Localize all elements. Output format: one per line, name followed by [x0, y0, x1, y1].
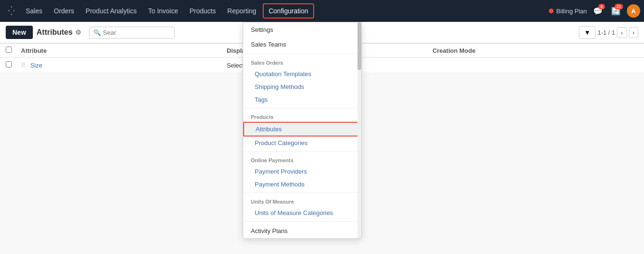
- grid-icon[interactable]: ⁛: [4, 3, 19, 19]
- chat-button[interactable]: 💬 6: [591, 4, 605, 18]
- dropdown-scroll[interactable]: Settings Sales Teams Sales Orders Quotat…: [243, 22, 361, 73]
- attribute-link[interactable]: Size: [30, 62, 42, 69]
- menu-settings[interactable]: Settings: [243, 22, 361, 37]
- page-title-area: Attributes ⚙: [37, 28, 82, 37]
- toolbar-right: ▼ 1-1 / 1 ‹ ›: [579, 26, 638, 39]
- billing-info[interactable]: Billing Plan: [549, 8, 587, 15]
- section-sales-orders: Sales Orders: [243, 56, 361, 68]
- pagination: 1-1 / 1: [597, 29, 615, 36]
- new-button[interactable]: New: [6, 26, 33, 39]
- topbar-right: Billing Plan 💬 6 🔄 21 A: [549, 4, 640, 18]
- settings-gear-icon[interactable]: ⚙: [75, 29, 81, 36]
- search-box[interactable]: 🔍: [89, 27, 175, 39]
- page-title: Attributes: [37, 28, 73, 37]
- nav-sales[interactable]: Sales: [21, 4, 47, 18]
- nav-product-analytics[interactable]: Product Analytics: [81, 4, 141, 18]
- menu-quotation-templates[interactable]: Quotation Templates: [243, 68, 361, 73]
- activity-badge: 21: [614, 4, 623, 10]
- col-attribute-header: Attribute: [21, 47, 227, 54]
- menu-sales-teams[interactable]: Sales Teams: [243, 37, 361, 52]
- activity-button[interactable]: 🔄 21: [609, 4, 623, 18]
- divider-1: [243, 54, 361, 54]
- search-input[interactable]: [103, 29, 150, 36]
- billing-status-dot: [549, 9, 554, 13]
- prev-page-button[interactable]: ‹: [617, 27, 626, 38]
- billing-label: Billing Plan: [556, 8, 587, 15]
- nav-configuration[interactable]: Configuration: [263, 3, 314, 19]
- nav-reporting[interactable]: Reporting: [223, 4, 261, 18]
- nav-orders[interactable]: Orders: [49, 4, 79, 18]
- pagination-text: 1-1 / 1: [597, 29, 615, 36]
- row-attribute: ⠿ Size: [21, 62, 227, 69]
- dropdown-arrow: ▼: [584, 29, 590, 36]
- col-creation-header: Creation Mode: [433, 47, 638, 54]
- nav-products[interactable]: Products: [185, 4, 220, 18]
- next-page-button[interactable]: ›: [629, 27, 638, 38]
- search-icon: 🔍: [93, 29, 101, 36]
- config-dropdown: Settings Sales Teams Sales Orders Quotat…: [243, 22, 362, 73]
- scrollbar-thumb: [357, 22, 361, 70]
- drag-icon[interactable]: ⠿: [21, 62, 26, 69]
- user-avatar[interactable]: A: [627, 4, 640, 18]
- select-all-checkbox[interactable]: [6, 47, 12, 53]
- scrollbar-track[interactable]: [357, 22, 361, 73]
- chat-badge: 6: [598, 4, 605, 10]
- row-checkbox[interactable]: [6, 61, 12, 68]
- filter-dropdown[interactable]: ▼: [579, 26, 595, 39]
- nav-to-invoice[interactable]: To Invoice: [143, 4, 183, 18]
- row-check[interactable]: [6, 61, 21, 69]
- header-check[interactable]: [6, 47, 21, 54]
- topbar: ⁛ Sales Orders Product Analytics To Invo…: [0, 0, 644, 22]
